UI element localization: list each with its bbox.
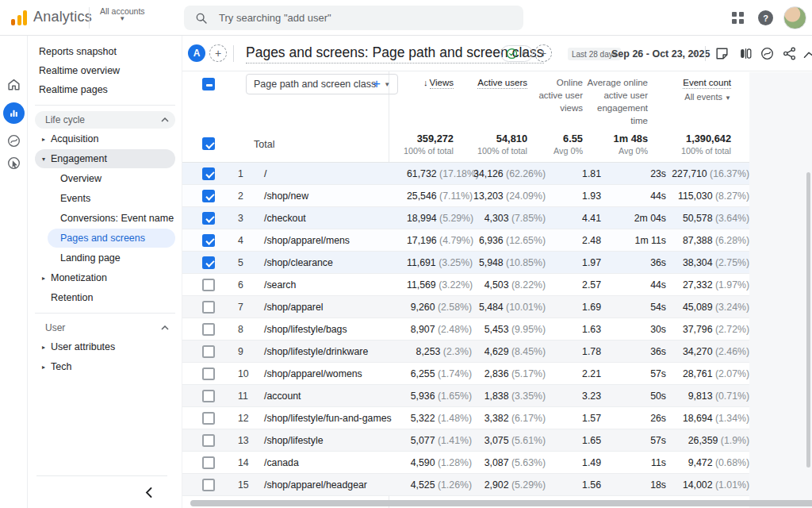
sidebar-item-label: Acquisition — [51, 133, 98, 144]
views-cell: 11,691 (3.25%) — [407, 257, 472, 268]
chevron-down-icon: ▼ — [691, 51, 698, 58]
search-icon — [195, 12, 208, 25]
row-checkbox[interactable] — [202, 234, 215, 247]
row-checkbox[interactable] — [202, 345, 215, 358]
sidebar-item-realtime-overview[interactable]: Realtime overview — [29, 61, 182, 80]
engagement-time-cell: 57s — [601, 368, 666, 379]
sidebar-item-user-attributes[interactable]: ▸User attributes — [35, 337, 175, 356]
sidebar-item-events[interactable]: Events — [48, 189, 175, 208]
sidebar-item-reports-snapshot[interactable]: Reports snapshot — [29, 42, 182, 61]
oauv-cell: 3.23 — [546, 391, 601, 402]
page-path: /shop/clearance — [264, 257, 407, 268]
sidebar-item-realtime-pages[interactable]: Realtime pages — [29, 80, 182, 99]
engagement-time-cell: 23s — [601, 168, 666, 179]
oauv-cell: 1.78 — [546, 346, 601, 357]
select-all-checkbox[interactable] — [202, 78, 215, 90]
account-switcher[interactable]: All accounts ▼ — [100, 6, 145, 22]
vertical-scrollbar[interactable] — [806, 172, 810, 468]
saved-state-pill[interactable]: ▼ — [500, 45, 533, 62]
section-life-cycle[interactable]: Life cycle — [35, 111, 175, 129]
horizontal-scrollbar[interactable] — [190, 500, 812, 506]
table-row: 15 /shop/apparel/headgear 4,525 (1.26%) … — [182, 474, 749, 496]
row-number: 1 — [238, 168, 264, 179]
help-icon[interactable]: ? — [758, 10, 773, 25]
row-checkbox[interactable] — [202, 390, 215, 402]
sidebar-item-retention[interactable]: Retention — [29, 288, 182, 307]
top-bar: Analytics All accounts ▼ Try searching "… — [0, 0, 812, 36]
event-count-cell: 34,270 (2.46%) — [666, 346, 749, 357]
sidebar-divider — [35, 313, 175, 314]
row-checkbox[interactable] — [202, 212, 215, 225]
add-report-icon[interactable]: + — [209, 44, 227, 62]
sidebar-item-label: Overview — [60, 173, 102, 184]
analytics-logo-icon — [11, 10, 29, 25]
sidebar-item-tech[interactable]: ▸Tech — [35, 357, 175, 376]
total-row-checkbox[interactable] — [202, 137, 215, 150]
sidebar-item-label: User attributes — [51, 341, 115, 352]
row-number: 6 — [238, 279, 264, 291]
collapse-sidebar-icon[interactable] — [140, 484, 156, 500]
row-checkbox[interactable] — [202, 456, 215, 469]
explore-link-icon[interactable] — [760, 46, 775, 61]
oauv-cell: 1.81 — [546, 168, 601, 179]
sidebar-item-pages-and-screens[interactable]: Pages and screens — [48, 229, 175, 248]
column-header-avg-engagement-time[interactable]: Average online active user engagement ti… — [581, 76, 648, 127]
row-number: 7 — [238, 302, 264, 313]
share-icon[interactable] — [782, 46, 797, 61]
report-title[interactable]: Pages and screens: Page path and screen … — [246, 44, 544, 64]
triangle-right-icon: ▸ — [36, 364, 51, 371]
row-number: 12 — [238, 413, 264, 424]
page-path: /account — [264, 391, 407, 402]
section-user[interactable]: User — [35, 319, 175, 337]
reports-icon[interactable] — [3, 102, 25, 124]
sort-desc-icon: ↓ — [423, 78, 428, 87]
page-path: /shop/lifestyle — [264, 435, 407, 446]
row-checkbox[interactable] — [202, 368, 215, 380]
column-header-views[interactable]: ↓Views — [423, 76, 454, 89]
column-header-online-active-user-views[interactable]: Online active user views — [537, 76, 583, 114]
table-row: 9 /shop/lifestyle/drinkware 8,253 (2.3%)… — [182, 341, 749, 363]
active-users-cell: 1,838 (3.35%) — [472, 391, 546, 402]
row-checkbox[interactable] — [202, 301, 215, 314]
column-header-event-count[interactable]: Event count All events ▼ — [683, 76, 731, 103]
table-row: 6 /search 11,569 (3.22%) 4,503 (8.22%) 2… — [182, 274, 749, 296]
views-cell: 61,732 (17.18%) — [407, 168, 472, 179]
event-filter-dropdown[interactable]: All events ▼ — [683, 91, 731, 103]
avatar[interactable] — [783, 6, 806, 29]
home-icon[interactable] — [3, 74, 25, 95]
explore-icon[interactable] — [3, 130, 25, 152]
property-avatar[interactable]: A — [188, 44, 205, 62]
advertising-icon[interactable] — [3, 152, 25, 174]
add-card-icon[interactable]: + — [534, 44, 552, 62]
row-checkbox[interactable] — [202, 190, 215, 202]
notes-icon[interactable] — [714, 46, 730, 61]
add-dimension-button[interactable]: + — [373, 76, 381, 92]
sidebar-item-label: Engagement — [51, 153, 107, 164]
search-input[interactable]: Try searching "add user" — [184, 6, 523, 30]
row-number: 10 — [238, 368, 264, 379]
row-checkbox[interactable] — [202, 323, 215, 336]
row-checkbox[interactable] — [202, 167, 215, 180]
sidebar-item-monetization[interactable]: ▸Monetization — [35, 268, 175, 287]
sidebar-item-landing-page[interactable]: Landing page — [48, 248, 175, 267]
views-cell: 8,253 (2.3%) — [407, 346, 472, 357]
comparison-icon[interactable] — [738, 46, 753, 61]
engagement-time-cell: 36s — [601, 346, 666, 357]
views-cell: 8,907 (2.48%) — [407, 324, 472, 335]
row-checkbox[interactable] — [202, 279, 215, 291]
row-checkbox[interactable] — [202, 412, 215, 425]
header-divider — [233, 45, 234, 62]
column-header-active-users[interactable]: Active users — [477, 76, 527, 89]
sidebar-item-conversions[interactable]: Conversions: Event name — [48, 209, 175, 228]
total-oauv: 6.55Avg 0% — [553, 133, 583, 156]
row-checkbox[interactable] — [202, 434, 215, 447]
sidebar-item-engagement[interactable]: ▾Engagement — [35, 149, 175, 168]
row-checkbox[interactable] — [202, 256, 215, 269]
sidebar-item-overview[interactable]: Overview — [48, 169, 175, 188]
oauv-cell: 1.56 — [546, 479, 601, 491]
insights-icon[interactable] — [802, 46, 812, 61]
engagement-time-cell: 26s — [601, 413, 666, 424]
sidebar-item-acquisition[interactable]: ▸Acquisition — [35, 129, 175, 148]
row-checkbox[interactable] — [202, 479, 215, 491]
apps-grid-icon[interactable] — [732, 12, 744, 24]
